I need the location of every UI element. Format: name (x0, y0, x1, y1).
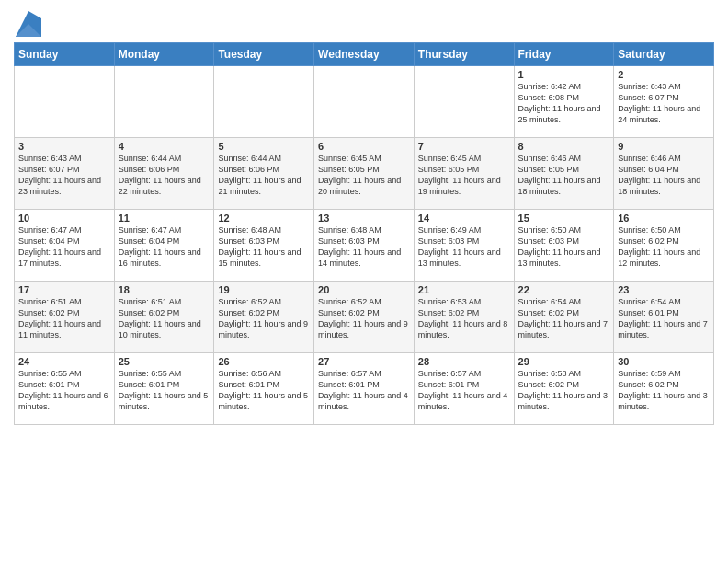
calendar-cell: 19Sunrise: 6:52 AM Sunset: 6:02 PM Dayli… (214, 282, 314, 353)
weekday-header-wednesday: Wednesday (314, 43, 415, 66)
calendar-week-row: 3Sunrise: 6:43 AM Sunset: 6:07 PM Daylig… (15, 138, 714, 210)
calendar-cell: 3Sunrise: 6:43 AM Sunset: 6:07 PM Daylig… (15, 138, 115, 210)
day-info: Sunrise: 6:48 AM Sunset: 6:03 PM Dayligh… (218, 224, 310, 270)
day-number: 4 (119, 141, 210, 152)
day-info: Sunrise: 6:51 AM Sunset: 6:02 PM Dayligh… (18, 296, 110, 341)
calendar-cell (15, 66, 115, 138)
day-info: Sunrise: 6:54 AM Sunset: 6:02 PM Dayligh… (518, 296, 610, 341)
day-info: Sunrise: 6:57 AM Sunset: 6:01 PM Dayligh… (318, 368, 410, 413)
calendar-cell: 26Sunrise: 6:56 AM Sunset: 6:01 PM Dayli… (214, 353, 314, 425)
weekday-header-row: SundayMondayTuesdayWednesdayThursdayFrid… (15, 43, 714, 66)
day-info: Sunrise: 6:51 AM Sunset: 6:02 PM Dayligh… (119, 296, 210, 341)
day-info: Sunrise: 6:49 AM Sunset: 6:03 PM Dayligh… (418, 224, 510, 270)
day-info: Sunrise: 6:50 AM Sunset: 6:02 PM Dayligh… (618, 224, 710, 270)
weekday-header-tuesday: Tuesday (214, 43, 314, 66)
day-info: Sunrise: 6:47 AM Sunset: 6:04 PM Dayligh… (119, 224, 210, 270)
calendar-cell: 17Sunrise: 6:51 AM Sunset: 6:02 PM Dayli… (15, 282, 115, 353)
calendar-week-row: 24Sunrise: 6:55 AM Sunset: 6:01 PM Dayli… (15, 353, 714, 425)
calendar-cell: 23Sunrise: 6:54 AM Sunset: 6:01 PM Dayli… (614, 282, 714, 353)
day-info: Sunrise: 6:52 AM Sunset: 6:02 PM Dayligh… (318, 296, 410, 341)
calendar-week-row: 17Sunrise: 6:51 AM Sunset: 6:02 PM Dayli… (15, 282, 714, 353)
day-number: 14 (418, 213, 510, 224)
day-info: Sunrise: 6:45 AM Sunset: 6:05 PM Dayligh… (318, 153, 410, 198)
calendar-cell: 6Sunrise: 6:45 AM Sunset: 6:05 PM Daylig… (314, 138, 415, 210)
logo (14, 13, 41, 37)
day-number: 25 (119, 356, 210, 367)
calendar-cell: 20Sunrise: 6:52 AM Sunset: 6:02 PM Dayli… (314, 282, 415, 353)
day-info: Sunrise: 6:45 AM Sunset: 6:05 PM Dayligh… (418, 153, 510, 198)
day-number: 28 (418, 356, 510, 367)
calendar-body: 1Sunrise: 6:42 AM Sunset: 6:08 PM Daylig… (15, 66, 714, 425)
day-number: 20 (318, 284, 410, 295)
header (14, 9, 714, 37)
logo-icon (16, 11, 41, 37)
calendar-cell: 29Sunrise: 6:58 AM Sunset: 6:02 PM Dayli… (514, 353, 614, 425)
calendar-cell: 5Sunrise: 6:44 AM Sunset: 6:06 PM Daylig… (214, 138, 314, 210)
weekday-header-thursday: Thursday (414, 43, 514, 66)
calendar-week-row: 10Sunrise: 6:47 AM Sunset: 6:04 PM Dayli… (15, 210, 714, 282)
day-info: Sunrise: 6:50 AM Sunset: 6:03 PM Dayligh… (518, 224, 610, 270)
day-info: Sunrise: 6:55 AM Sunset: 6:01 PM Dayligh… (119, 368, 210, 413)
calendar-cell: 13Sunrise: 6:48 AM Sunset: 6:03 PM Dayli… (314, 210, 415, 282)
calendar-cell: 18Sunrise: 6:51 AM Sunset: 6:02 PM Dayli… (114, 282, 214, 353)
day-number: 6 (318, 141, 410, 152)
day-info: Sunrise: 6:57 AM Sunset: 6:01 PM Dayligh… (418, 368, 510, 413)
day-number: 26 (218, 356, 310, 367)
day-info: Sunrise: 6:44 AM Sunset: 6:06 PM Dayligh… (119, 153, 210, 198)
day-number: 15 (518, 213, 610, 224)
day-info: Sunrise: 6:46 AM Sunset: 6:05 PM Dayligh… (518, 153, 610, 198)
day-number: 2 (618, 69, 710, 80)
calendar-cell: 24Sunrise: 6:55 AM Sunset: 6:01 PM Dayli… (15, 353, 115, 425)
calendar-cell: 10Sunrise: 6:47 AM Sunset: 6:04 PM Dayli… (15, 210, 115, 282)
day-number: 13 (318, 213, 410, 224)
day-number: 16 (618, 213, 710, 224)
day-number: 22 (518, 284, 610, 295)
day-info: Sunrise: 6:55 AM Sunset: 6:01 PM Dayligh… (18, 368, 110, 413)
day-number: 30 (618, 356, 710, 367)
weekday-header-sunday: Sunday (15, 43, 115, 66)
day-number: 17 (18, 284, 110, 295)
calendar-cell: 27Sunrise: 6:57 AM Sunset: 6:01 PM Dayli… (314, 353, 415, 425)
calendar-cell (314, 66, 415, 138)
day-info: Sunrise: 6:47 AM Sunset: 6:04 PM Dayligh… (18, 224, 110, 270)
calendar-cell: 1Sunrise: 6:42 AM Sunset: 6:08 PM Daylig… (514, 66, 614, 138)
calendar-cell: 15Sunrise: 6:50 AM Sunset: 6:03 PM Dayli… (514, 210, 614, 282)
day-number: 29 (518, 356, 610, 367)
calendar-cell: 22Sunrise: 6:54 AM Sunset: 6:02 PM Dayli… (514, 282, 614, 353)
calendar-week-row: 1Sunrise: 6:42 AM Sunset: 6:08 PM Daylig… (15, 66, 714, 138)
day-number: 11 (119, 213, 210, 224)
calendar-cell: 14Sunrise: 6:49 AM Sunset: 6:03 PM Dayli… (414, 210, 514, 282)
day-info: Sunrise: 6:52 AM Sunset: 6:02 PM Dayligh… (218, 296, 310, 341)
day-info: Sunrise: 6:43 AM Sunset: 6:07 PM Dayligh… (618, 81, 710, 126)
day-info: Sunrise: 6:58 AM Sunset: 6:02 PM Dayligh… (518, 368, 610, 413)
day-info: Sunrise: 6:46 AM Sunset: 6:04 PM Dayligh… (618, 153, 710, 198)
day-number: 12 (218, 213, 310, 224)
day-info: Sunrise: 6:54 AM Sunset: 6:01 PM Dayligh… (618, 296, 710, 341)
day-number: 21 (418, 284, 510, 295)
calendar-cell: 11Sunrise: 6:47 AM Sunset: 6:04 PM Dayli… (114, 210, 214, 282)
day-number: 10 (18, 213, 110, 224)
day-number: 24 (18, 356, 110, 367)
day-number: 7 (418, 141, 510, 152)
day-info: Sunrise: 6:48 AM Sunset: 6:03 PM Dayligh… (318, 224, 410, 270)
day-number: 9 (618, 141, 710, 152)
weekday-header-saturday: Saturday (614, 43, 714, 66)
calendar-table: SundayMondayTuesdayWednesdayThursdayFrid… (14, 42, 714, 425)
day-number: 19 (218, 284, 310, 295)
calendar-cell: 21Sunrise: 6:53 AM Sunset: 6:02 PM Dayli… (414, 282, 514, 353)
calendar-cell: 28Sunrise: 6:57 AM Sunset: 6:01 PM Dayli… (414, 353, 514, 425)
day-number: 1 (518, 69, 610, 80)
day-number: 18 (119, 284, 210, 295)
day-number: 23 (618, 284, 710, 295)
calendar-cell (214, 66, 314, 138)
day-info: Sunrise: 6:56 AM Sunset: 6:01 PM Dayligh… (218, 368, 310, 413)
day-info: Sunrise: 6:53 AM Sunset: 6:02 PM Dayligh… (418, 296, 510, 341)
day-info: Sunrise: 6:43 AM Sunset: 6:07 PM Dayligh… (18, 153, 110, 198)
day-number: 8 (518, 141, 610, 152)
calendar-cell: 4Sunrise: 6:44 AM Sunset: 6:06 PM Daylig… (114, 138, 214, 210)
day-number: 5 (218, 141, 310, 152)
day-info: Sunrise: 6:44 AM Sunset: 6:06 PM Dayligh… (218, 153, 310, 198)
calendar-cell: 9Sunrise: 6:46 AM Sunset: 6:04 PM Daylig… (614, 138, 714, 210)
day-info: Sunrise: 6:42 AM Sunset: 6:08 PM Dayligh… (518, 81, 610, 126)
weekday-header-friday: Friday (514, 43, 614, 66)
